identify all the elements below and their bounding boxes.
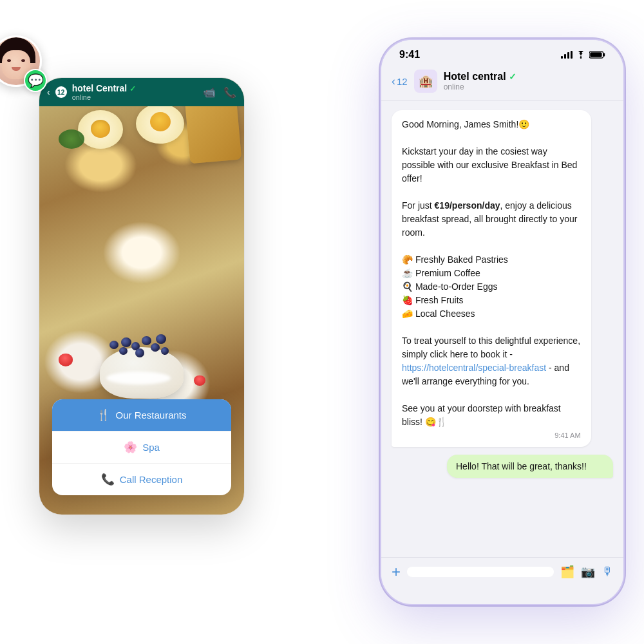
blueberry <box>151 343 160 352</box>
wa-contact-name: hotel Central ✓ <box>72 83 198 93</box>
message-text-1: Good Morning, James Smith!🙂 Kickstart yo… <box>402 118 581 429</box>
hotel-name: Hotel central ✓ <box>444 71 613 82</box>
restaurant-label: Our Restaurants <box>115 410 186 421</box>
strawberry-1 <box>59 354 73 366</box>
wa-verified-icon: ✓ <box>129 84 136 93</box>
message-input[interactable] <box>407 567 554 577</box>
signal-icon <box>561 51 573 59</box>
spa-icon: 🌸 <box>124 440 137 454</box>
egg-yolk-2 <box>150 112 171 131</box>
reception-label: Call Reception <box>120 474 183 485</box>
chat-body: Good Morning, James Smith!🙂 Kickstart yo… <box>381 101 623 549</box>
whipped-cream <box>106 372 171 384</box>
battery-icon <box>589 51 605 59</box>
reply-text-1: Hello! That will be great, thanks!! <box>456 461 604 471</box>
spa-label: Spa <box>142 442 160 453</box>
mouth <box>12 67 21 71</box>
received-message-1: Good Morning, James Smith!🙂 Kickstart yo… <box>392 110 591 447</box>
restaurant-icon: 🍴 <box>97 408 110 422</box>
hotel-building-icon: 🏨 <box>419 74 433 88</box>
add-attachment-button[interactable]: + <box>392 563 401 581</box>
menu-item-spa[interactable]: 🌸 Spa <box>52 431 231 464</box>
blueberry <box>156 334 166 344</box>
hotel-name-block: Hotel central ✓ online <box>444 71 613 91</box>
eye-right <box>21 59 25 62</box>
time-display: 9:41 <box>399 49 420 61</box>
right-phone: 9:41 ‹ 12 <box>380 39 625 605</box>
phone-icon[interactable]: 📞 <box>223 86 236 99</box>
camera-icon[interactable]: 📷 <box>581 565 595 579</box>
back-button[interactable]: ‹ 12 <box>392 75 408 88</box>
sticker-icon[interactable]: 🗂️ <box>560 565 574 579</box>
greens <box>59 129 84 149</box>
chat-header: ‹ 12 🏨 Hotel central ✓ online <box>381 64 623 101</box>
whatsapp-icon: 💬 <box>28 73 44 88</box>
wa-back-icon[interactable]: ‹ <box>47 87 50 97</box>
wa-header-icons: 📹 📞 <box>203 86 236 99</box>
egg-yolk-1 <box>91 120 110 138</box>
back-count: 12 <box>397 76 408 87</box>
blueberry <box>109 341 118 349</box>
left-phone: ‹ 12 hotel Central ✓ online 📹 📞 🍴 Our Re… <box>39 77 245 515</box>
input-action-icons: 🗂️ 📷 🎙 <box>560 565 613 579</box>
wa-message-count: 12 <box>55 86 67 98</box>
eye-left <box>7 59 11 62</box>
video-call-icon[interactable]: 📹 <box>203 86 216 99</box>
menu-item-restaurants[interactable]: 🍴 Our Restaurants <box>52 399 231 431</box>
blueberry-bowl <box>97 334 187 399</box>
quick-menu: 🍴 Our Restaurants 🌸 Spa 📞 Call Reception <box>52 399 231 495</box>
svg-rect-2 <box>603 53 605 57</box>
back-chevron: ‹ <box>392 75 395 88</box>
wa-chat-header: ‹ 12 hotel Central ✓ online 📹 📞 <box>39 78 244 106</box>
avatar-container: 💬 <box>0 35 42 87</box>
booking-link[interactable]: https://hotelcentral/special-breakfast <box>402 363 546 373</box>
whatsapp-badge: 💬 <box>24 69 47 92</box>
phone-icon-menu: 📞 <box>101 473 115 486</box>
blueberry <box>119 347 128 355</box>
svg-rect-3 <box>590 52 601 57</box>
verified-check: ✓ <box>509 71 516 82</box>
food-image-area <box>52 91 232 220</box>
hotel-online-status: online <box>444 82 613 91</box>
hotel-icon-box: 🏨 <box>414 70 437 93</box>
wifi-icon <box>576 51 586 59</box>
blueberry <box>121 337 131 347</box>
blueberry <box>135 348 144 357</box>
blueberry <box>142 336 151 345</box>
microphone-icon[interactable]: 🎙 <box>601 565 613 579</box>
status-bar: 9:41 <box>381 40 623 64</box>
svg-point-0 <box>580 57 582 59</box>
menu-item-reception[interactable]: 📞 Call Reception <box>52 464 231 495</box>
sent-message-1: Hello! That will be great, thanks!! <box>447 455 613 478</box>
status-icons <box>561 51 605 59</box>
message-time-1: 9:41 AM <box>402 431 581 439</box>
wa-online-status: online <box>72 93 198 101</box>
blueberry <box>161 347 169 355</box>
chat-input-bar: + 🗂️ 📷 🎙 <box>381 557 623 586</box>
blueberries-cluster <box>103 334 174 370</box>
strawberry-2 <box>194 375 205 386</box>
